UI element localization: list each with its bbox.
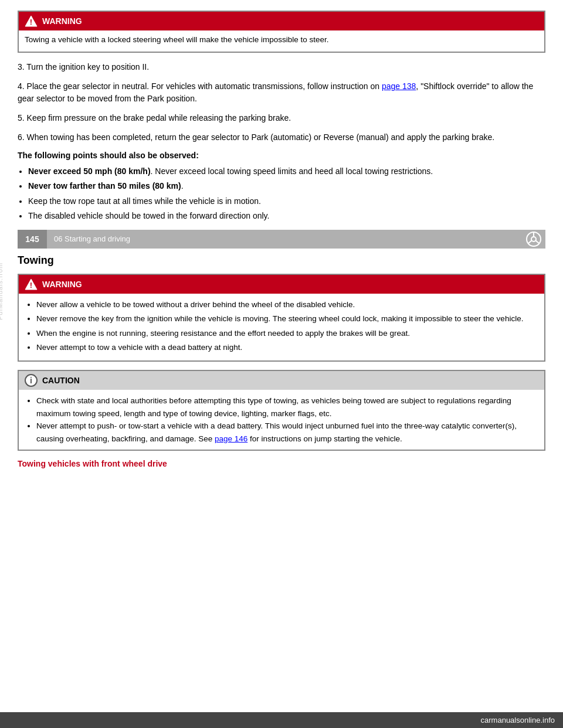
svg-point-3 <box>531 237 536 241</box>
top-warning-box: ! WARNING Towing a vehicle with a locked… <box>18 11 545 53</box>
steering-wheel-icon <box>524 230 543 249</box>
paragraph-6: 6. When towing has been completed, retur… <box>18 131 545 144</box>
top-warning-body: Towing a vehicle with a locked steering … <box>19 30 544 52</box>
second-warning-list: Never allow a vehicle to be towed withou… <box>36 298 538 354</box>
caution-header: i CAUTION <box>19 371 544 390</box>
caution-label: CAUTION <box>42 376 80 385</box>
caution-body: Check with state and local authorities b… <box>19 390 544 450</box>
towing-heading: Towing <box>18 254 545 267</box>
list-item: When the engine is not running, steering… <box>36 327 538 340</box>
list-item: Never tow farther than 50 miles (80 km). <box>28 179 545 192</box>
top-warning-header: ! WARNING <box>19 12 544 30</box>
caution-list: Check with state and local authorities b… <box>36 394 538 445</box>
following-heading: The following points should also be obse… <box>18 151 545 160</box>
second-warning-header: ! WARNING <box>19 275 544 294</box>
second-warning-label: WARNING <box>42 280 82 289</box>
watermark: PdfManuals.from <box>0 263 4 320</box>
p4-text-before: 4. Place the gear selector in neutral. F… <box>18 81 382 91</box>
top-warning-text: Towing a vehicle with a locked steering … <box>25 35 538 44</box>
caution-box: i CAUTION Check with state and local aut… <box>18 370 545 451</box>
page-bar: 145 06 Starting and driving <box>18 230 545 249</box>
bottom-bar-text: carmanualsonline.info <box>481 716 555 724</box>
second-warning-box: ! WARNING Never allow a vehicle to be to… <box>18 274 545 362</box>
svg-text:!: ! <box>30 18 32 26</box>
svg-line-6 <box>536 240 540 243</box>
bullet-bold-2: Never tow farther than 50 miles (80 km) <box>28 181 181 190</box>
bullet-bold-1: Never exceed 50 mph (80 km/h) <box>28 166 151 176</box>
list-item: Never attempt to push- or tow-start a ve… <box>36 420 538 445</box>
list-item: Never attempt to tow a vehicle with a de… <box>36 341 538 354</box>
paragraph-4: 4. Place the gear selector in neutral. F… <box>18 80 545 105</box>
page-chapter: 06 Starting and driving <box>47 234 524 243</box>
list-item: Keep the tow rope taut at all times whil… <box>28 195 545 207</box>
p4-link[interactable]: page 138 <box>382 81 416 91</box>
paragraph-5: 5. Keep firm pressure on the brake pedal… <box>18 112 545 124</box>
svg-line-5 <box>528 240 532 243</box>
following-bullet-list: Never exceed 50 mph (80 km/h). Never exc… <box>28 165 545 223</box>
bottom-bar: carmanualsonline.info <box>0 712 563 728</box>
paragraph-3: 3. Turn the ignition key to position II. <box>18 61 545 73</box>
top-warning-label: WARNING <box>42 16 82 26</box>
warning-triangle-icon: ! <box>25 15 38 28</box>
list-item: Never remove the key from the ignition w… <box>36 312 538 325</box>
second-warning-triangle-icon: ! <box>25 278 38 291</box>
page-146-link[interactable]: page 146 <box>215 434 247 443</box>
towing-vehicles-link[interactable]: Towing vehicles with front wheel drive <box>18 459 545 468</box>
page-number: 145 <box>18 230 47 249</box>
second-warning-body: Never allow a vehicle to be towed withou… <box>19 294 544 360</box>
list-item: Check with state and local authorities b… <box>36 394 538 420</box>
list-item: Never allow a vehicle to be towed withou… <box>36 298 538 311</box>
caution-info-icon: i <box>25 374 38 387</box>
svg-text:!: ! <box>30 281 32 290</box>
list-item: Never exceed 50 mph (80 km/h). Never exc… <box>28 165 545 178</box>
list-item: The disabled vehicle should be towed in … <box>28 209 545 222</box>
